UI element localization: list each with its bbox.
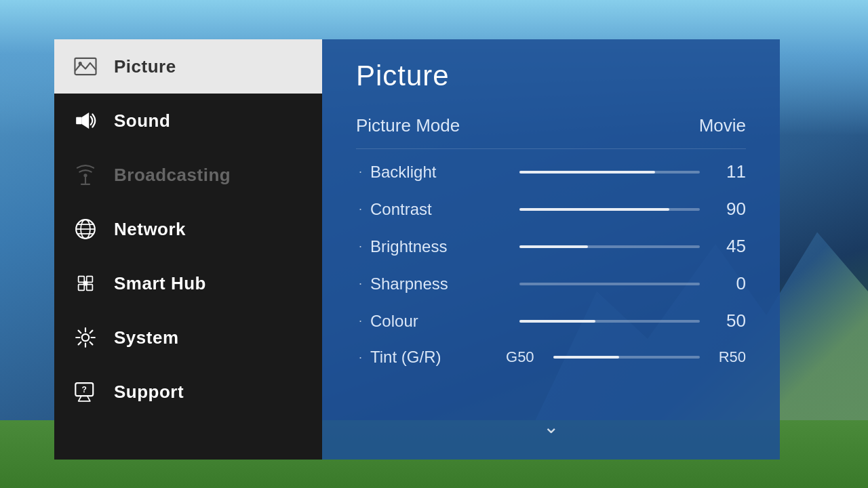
svg-rect-13: [87, 277, 93, 283]
main-content: Picture Picture Mode Movie · Backlight 1…: [322, 39, 780, 460]
smarthub-icon: [71, 268, 100, 298]
settings-list: · Backlight 11 · Contrast 90: [356, 155, 746, 409]
sidebar-label-broadcasting: Broadcasting: [114, 165, 231, 186]
svg-marker-3: [82, 113, 89, 129]
setting-value-backlight: 11: [713, 161, 746, 182]
bullet-sharpness: ·: [359, 277, 362, 291]
ui-container: Picture Sound: [54, 39, 780, 460]
sidebar-item-broadcasting[interactable]: Broadcasting: [54, 148, 322, 202]
bullet-contrast: ·: [359, 202, 362, 216]
setting-row-tint[interactable]: · Tint (G/R) G50 R50: [356, 341, 746, 373]
sidebar: Picture Sound: [54, 39, 322, 460]
sidebar-label-picture: Picture: [114, 56, 176, 77]
setting-name-colour: Colour: [370, 312, 506, 331]
slider-track-colour: [519, 320, 700, 323]
slider-track-tint: [553, 356, 700, 359]
picture-mode-row[interactable]: Picture Mode Movie: [356, 108, 746, 149]
setting-value-sharpness: 0: [713, 273, 746, 294]
setting-value-colour: 50: [713, 310, 746, 331]
svg-rect-12: [79, 277, 85, 283]
bullet-colour: ·: [359, 314, 362, 328]
slider-fill-colour: [519, 320, 595, 323]
support-icon: ?: [71, 377, 100, 407]
sound-icon: [71, 106, 100, 136]
slider-track-brightness: [519, 245, 700, 248]
picture-icon: [71, 52, 100, 81]
sidebar-label-smarthub: Smart Hub: [114, 273, 206, 294]
svg-point-16: [83, 281, 88, 286]
setting-row-colour[interactable]: · Colour 50: [356, 304, 746, 338]
system-icon: [71, 323, 100, 352]
svg-rect-14: [79, 285, 85, 291]
slider-colour[interactable]: [519, 320, 700, 323]
slider-fill-contrast: [519, 208, 669, 211]
setting-name-tint: Tint (G/R): [370, 348, 506, 367]
setting-name-backlight: Backlight: [370, 163, 506, 182]
slider-track-contrast: [519, 208, 700, 211]
bullet-brightness: ·: [359, 239, 362, 253]
svg-rect-2: [76, 117, 82, 124]
sidebar-item-smarthub[interactable]: Smart Hub: [54, 256, 322, 310]
svg-text:?: ?: [82, 385, 87, 394]
sidebar-label-sound: Sound: [114, 110, 170, 131]
sidebar-label-support: Support: [114, 382, 184, 403]
sidebar-item-network[interactable]: Network: [54, 202, 322, 256]
page-title: Picture: [356, 60, 746, 92]
sidebar-item-sound[interactable]: Sound: [54, 94, 322, 148]
slider-track-sharpness: [519, 283, 700, 285]
setting-name-sharpness: Sharpness: [370, 274, 506, 293]
picture-mode-label: Picture Mode: [356, 115, 460, 136]
setting-name-brightness: Brightness: [370, 237, 506, 256]
sidebar-item-support[interactable]: ? Support: [54, 365, 322, 419]
slider-brightness[interactable]: [519, 245, 700, 248]
scroll-indicator: ⌄: [356, 409, 746, 439]
network-icon: [71, 214, 100, 244]
sidebar-item-picture[interactable]: Picture: [54, 39, 322, 94]
slider-fill-brightness: [519, 245, 588, 248]
svg-point-17: [82, 334, 89, 341]
tint-right-value: R50: [719, 348, 746, 366]
tint-left-value: G50: [506, 348, 534, 366]
svg-point-1: [79, 62, 82, 65]
picture-mode-value: Movie: [699, 115, 746, 136]
sidebar-label-network: Network: [114, 219, 186, 240]
setting-row-sharpness[interactable]: · Sharpness 0: [356, 266, 746, 301]
broadcasting-icon: [71, 160, 100, 190]
bullet-tint: ·: [359, 350, 362, 365]
slider-track-backlight: [519, 171, 700, 174]
svg-rect-15: [87, 285, 93, 291]
bullet-backlight: ·: [359, 165, 362, 179]
slider-sharpness[interactable]: [519, 283, 700, 285]
slider-fill-backlight: [519, 171, 654, 174]
setting-value-brightness: 45: [713, 236, 746, 257]
setting-row-contrast[interactable]: · Contrast 90: [356, 192, 746, 226]
sidebar-label-system: System: [114, 327, 179, 348]
slider-tint[interactable]: [553, 356, 700, 359]
setting-row-backlight[interactable]: · Backlight 11: [356, 155, 746, 189]
setting-row-brightness[interactable]: · Brightness 45: [356, 229, 746, 264]
slider-fill-tint: [553, 356, 619, 359]
chevron-down-icon: ⌄: [543, 418, 559, 436]
slider-contrast[interactable]: [519, 208, 700, 211]
sidebar-item-system[interactable]: System: [54, 310, 322, 365]
setting-name-contrast: Contrast: [370, 200, 506, 219]
slider-backlight[interactable]: [519, 171, 700, 174]
setting-value-contrast: 90: [713, 199, 746, 220]
